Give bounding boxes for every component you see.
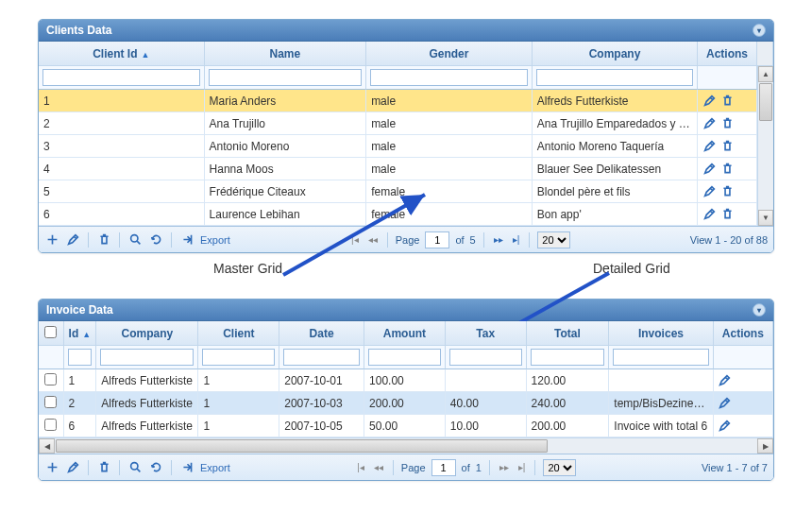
edit-row-icon[interactable] (718, 419, 733, 434)
filter-total[interactable] (531, 349, 605, 366)
col-total[interactable]: Total (527, 321, 610, 346)
delete-row-icon[interactable] (720, 94, 736, 109)
cell-date: 2007-10-05 (279, 415, 364, 437)
cell-name: Maria Anders (205, 90, 367, 112)
edit-row-icon[interactable] (702, 184, 717, 199)
cell-tax: 40.00 (446, 392, 527, 415)
pager-last-icon[interactable]: ▸| (511, 234, 522, 245)
delete-row-icon[interactable] (720, 207, 736, 222)
col-gender[interactable]: Gender (366, 42, 533, 66)
col-id[interactable]: Id▲ (64, 321, 97, 346)
refresh-icon[interactable] (148, 232, 163, 248)
pager-first-icon[interactable]: |◂ (355, 462, 366, 472)
filter-company[interactable] (100, 349, 194, 366)
detail-grid-wrap: Id▲ Company Client Date Amount Tax Total… (39, 321, 773, 437)
pager-prev-icon[interactable]: ◂◂ (366, 234, 380, 245)
filter-amount[interactable] (368, 349, 441, 366)
filter-client-id[interactable] (42, 69, 200, 86)
export-icon[interactable] (179, 232, 195, 248)
edit-icon[interactable] (65, 460, 80, 475)
cell-actions (714, 369, 773, 392)
pager-page-input[interactable] (431, 459, 456, 476)
detail-pager: Export |◂ ◂◂ Page of 1 ▸▸ ▸| 20 View 1 -… (39, 454, 773, 480)
col-amount[interactable]: Amount (364, 321, 446, 346)
scroll-left-icon[interactable]: ◀ (39, 438, 55, 454)
col-client-id[interactable]: Client Id▲ (39, 42, 205, 66)
row-checkbox[interactable] (44, 419, 57, 431)
col-tax[interactable]: Tax (446, 321, 527, 346)
trash-icon[interactable] (96, 460, 111, 475)
export-link[interactable]: Export (200, 234, 230, 246)
scroll-thumb[interactable] (759, 83, 772, 121)
pager-next-icon[interactable]: ▸▸ (492, 234, 505, 245)
master-filter-row (39, 66, 773, 90)
table-row[interactable]: 1Alfreds Futterkiste12007-10-01100.00120… (39, 369, 773, 392)
col-company[interactable]: Company (96, 321, 198, 346)
add-icon[interactable] (44, 460, 59, 475)
add-icon[interactable] (44, 232, 59, 248)
scroll-right-icon[interactable]: ▶ (757, 438, 773, 454)
filter-invoices[interactable] (613, 349, 708, 366)
scroll-down-icon[interactable]: ▼ (758, 210, 773, 226)
pager-total: 5 (470, 234, 476, 246)
delete-row-icon[interactable] (720, 162, 736, 177)
filter-id[interactable] (68, 349, 93, 366)
export-icon[interactable] (179, 460, 195, 475)
collapse-icon[interactable]: ▾ (753, 303, 766, 317)
cell-tax: 10.00 (446, 415, 527, 437)
filter-date[interactable] (283, 349, 360, 366)
pager-prev-icon[interactable]: ◂◂ (372, 462, 385, 472)
select-all-checkbox[interactable] (44, 326, 57, 338)
filter-client[interactable] (202, 349, 275, 366)
edit-row-icon[interactable] (702, 139, 717, 154)
scroll-thumb[interactable] (56, 439, 548, 453)
edit-row-icon[interactable] (702, 94, 717, 109)
delete-row-icon[interactable] (720, 116, 736, 131)
master-grid: Client Id▲ Name Gender Company Actions 1… (39, 42, 773, 226)
pager-pagesize-select[interactable]: 20 (537, 231, 570, 248)
table-row[interactable]: 5Frédérique CiteauxfemaleBlondel père et… (39, 180, 773, 203)
delete-row-icon[interactable] (720, 139, 736, 154)
master-vscrollbar[interactable]: ▲ ▼ (757, 66, 773, 226)
filter-tax[interactable] (449, 349, 522, 366)
delete-row-icon[interactable] (720, 184, 736, 199)
table-row[interactable]: 2Ana TrujillomaleAna Trujillo Emparedado… (39, 112, 773, 135)
edit-icon[interactable] (65, 232, 80, 248)
table-row[interactable]: 4Hanna MoosmaleBlauer See Delikatessen (39, 158, 773, 180)
filter-company[interactable] (536, 69, 694, 86)
col-date[interactable]: Date (279, 321, 364, 346)
col-name[interactable]: Name (205, 42, 367, 66)
col-invoices[interactable]: Invoices (609, 321, 713, 346)
pager-first-icon[interactable]: |◂ (349, 234, 361, 245)
col-checkbox[interactable] (39, 321, 64, 346)
filter-gender[interactable] (370, 69, 528, 86)
pager-page-input[interactable] (425, 231, 449, 248)
edit-row-icon[interactable] (718, 373, 733, 388)
edit-row-icon[interactable] (718, 396, 733, 411)
table-row[interactable]: 1Maria AndersmaleAlfreds Futterkiste (39, 90, 773, 112)
search-icon[interactable] (127, 232, 143, 248)
export-link[interactable]: Export (200, 462, 230, 473)
edit-row-icon[interactable] (702, 162, 717, 177)
edit-row-icon[interactable] (702, 116, 717, 131)
collapse-icon[interactable]: ▾ (753, 24, 766, 37)
table-row[interactable]: 6Alfreds Futterkiste12007-10-0550.0010.0… (39, 415, 773, 437)
col-client[interactable]: Client (198, 321, 279, 346)
pager-pagesize-select[interactable]: 20 (543, 459, 576, 476)
cell-gender: male (366, 90, 533, 112)
table-row[interactable]: 3Antonio MorenomaleAntonio Moreno Taquer… (39, 135, 773, 158)
search-icon[interactable] (127, 460, 143, 475)
edit-row-icon[interactable] (702, 207, 717, 222)
filter-name[interactable] (209, 69, 363, 86)
row-checkbox[interactable] (44, 396, 57, 408)
col-company[interactable]: Company (533, 42, 699, 66)
refresh-icon[interactable] (148, 460, 163, 475)
table-row[interactable]: 6Laurence LebihanfemaleBon app' (39, 203, 773, 226)
table-row[interactable]: 2Alfreds Futterkiste12007-10-03200.0040.… (39, 392, 773, 415)
trash-icon[interactable] (96, 232, 111, 248)
pager-next-icon[interactable]: ▸▸ (498, 462, 511, 472)
pager-last-icon[interactable]: ▸| (516, 462, 528, 472)
detail-hscrollbar[interactable]: ◀ ▶ (39, 437, 773, 454)
scroll-up-icon[interactable]: ▲ (758, 66, 773, 82)
row-checkbox[interactable] (44, 373, 57, 386)
